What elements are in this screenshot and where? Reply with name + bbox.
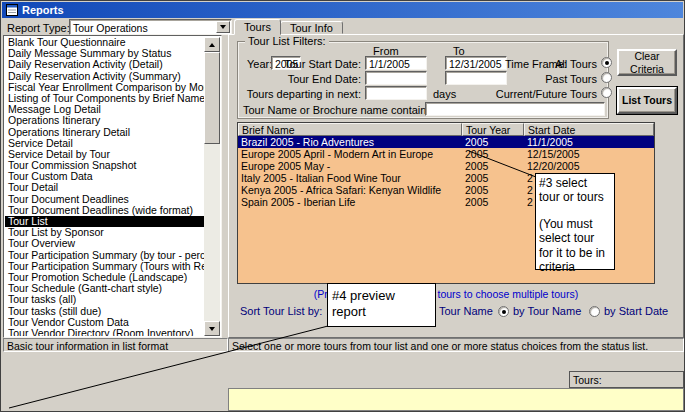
sort-by-tour-name-label: by Tour Name [513, 305, 581, 317]
report-list-item[interactable]: Listing of Tour Components by Brief Name [5, 93, 204, 104]
arrow-up-icon [209, 43, 215, 47]
report-list-item[interactable]: Fiscal Year Enrollment Comparison by Mon… [5, 82, 204, 93]
past-tours-label: Past Tours [529, 73, 597, 85]
multi-select-hint: (Press Ctrl while selecting tours to cho… [238, 288, 654, 300]
report-list: Blank Tour Questionnaire Daily Message S… [3, 35, 222, 338]
cell-brief-name: Europe 2005 May - [238, 160, 462, 172]
cell-tour-year: 2005 [462, 184, 524, 196]
all-tours-radio[interactable] [601, 57, 612, 68]
sort-label: Sort Tour List by: [240, 305, 322, 317]
tab-tour-info[interactable]: Tour Info [280, 21, 343, 34]
report-type-value: Tour Operations [73, 22, 148, 34]
combo-dropdown-button[interactable] [216, 21, 230, 33]
table-row[interactable]: Europe 2005 May - 2005 12/20/2005 [238, 160, 654, 172]
cell-start-date: 12/20/2005 [524, 160, 654, 172]
sort-option-year-name-label: Tour Name [439, 305, 493, 317]
tour-start-from-input[interactable]: 1/1/2005 [365, 56, 427, 70]
annotation-note-3-line-2: (You must select tour for it to be in cr… [539, 217, 611, 275]
report-list-item[interactable]: Message Log Detail [5, 104, 204, 115]
tours-field-label: Tours: [569, 371, 684, 388]
report-list-item[interactable]: Tour Participation Summary (by tour - pe… [5, 250, 204, 261]
report-list-item[interactable]: Blank Tour Questionnaire [5, 37, 204, 48]
report-list-item[interactable]: Tour Schedule (Gantt-chart style) [5, 283, 204, 294]
report-list-item[interactable]: Tour List by Sponsor [5, 227, 204, 238]
tour-end-to-input[interactable] [445, 71, 507, 85]
past-tours-radio[interactable] [601, 72, 612, 83]
table-row-selected[interactable]: Brazil 2005 - Rio Adventures 2005 11/1/2… [238, 136, 654, 148]
current-future-tours-label: Current/Future Tours [483, 88, 597, 100]
report-list-item-selected[interactable]: Tour List [5, 216, 204, 227]
arrow-down-icon [209, 327, 215, 331]
tour-start-to-input[interactable]: 12/31/2005 [445, 56, 507, 70]
scroll-down-button[interactable] [204, 321, 220, 336]
report-list-item[interactable]: Tour Vendor Custom Data [5, 317, 204, 328]
cell-tour-year: 2005 [462, 160, 524, 172]
report-list-items: Blank Tour Questionnaire Daily Message S… [5, 37, 204, 336]
report-list-item[interactable]: Tour tasks (still due) [5, 306, 204, 317]
report-list-item[interactable]: Service Detail by Tour [5, 149, 204, 160]
list-tours-button[interactable]: List Tours [617, 87, 677, 114]
report-list-item[interactable]: Tour tasks (all) [5, 294, 204, 305]
departing-input[interactable] [365, 86, 427, 100]
report-list-item[interactable]: Operations Itinerary [5, 115, 204, 126]
report-list-item[interactable]: Tour Custom Data [5, 171, 204, 182]
scroll-thumb[interactable] [204, 52, 220, 144]
report-list-item[interactable]: Tour Document Deadlines (wide format) [5, 205, 204, 216]
cell-tour-year: 2005 [462, 196, 524, 208]
tours-field-input[interactable] [228, 388, 684, 411]
tour-end-from-input[interactable] [365, 71, 427, 85]
sort-by-start-date-radio[interactable] [589, 306, 600, 317]
report-list-item[interactable]: Tour Detail [5, 182, 204, 193]
report-list-item[interactable]: Tour Overview [5, 238, 204, 249]
departing-label: Tours departing in next: [239, 88, 361, 100]
list-scrollbar[interactable] [204, 37, 220, 336]
scroll-up-button[interactable] [204, 37, 220, 52]
cell-start-date: 11/1/2005 [524, 136, 654, 148]
report-list-item[interactable]: Tour Participation Summary (Tours with R… [5, 261, 204, 272]
days-label: days [433, 88, 456, 100]
report-list-item[interactable]: Tour Document Deadlines [5, 194, 204, 205]
current-future-tours-radio[interactable] [601, 87, 612, 98]
filters-group-label: Tour List Filters: [245, 35, 329, 47]
cell-tour-year: 2005 [462, 148, 524, 160]
report-list-item[interactable]: Tour Vendor Directory (Room Inventory) [5, 328, 204, 336]
table-header-brief-name[interactable]: Brief Name [238, 123, 462, 136]
table-row[interactable]: Europe 2005 April - Modern Art in Europe… [238, 148, 654, 160]
report-list-item[interactable]: Tour Commission Snapshot [5, 160, 204, 171]
annotation-note-3-line-1: #3 select tour or tours [539, 176, 611, 205]
table-header-tour-year[interactable]: Tour Year [462, 123, 524, 136]
cell-brief-name: Brazil 2005 - Rio Adventures [238, 136, 462, 148]
table-header-start-date[interactable]: Start Date [524, 123, 654, 136]
window-title: Reports [22, 4, 64, 16]
report-list-item[interactable]: Daily Reservation Activity (Detail) [5, 59, 204, 70]
status-left: Basic tour information in list format [3, 338, 228, 352]
annotation-note-3: #3 select tour or tours (You must select… [535, 173, 615, 270]
clear-criteria-button[interactable]: Clear Criteria [617, 49, 677, 76]
tour-end-date-label: Tour End Date: [279, 73, 361, 85]
cell-brief-name: Europe 2005 April - Modern Art in Europe [238, 148, 462, 160]
tab-tours[interactable]: Tours [234, 19, 281, 35]
report-list-item[interactable]: Daily Message Summary by Status [5, 48, 204, 59]
cell-brief-name: Kenya 2005 - Africa Safari: Kenyan Wildl… [238, 184, 462, 196]
cell-start-date: 12/15/2005 [524, 148, 654, 160]
sort-by-start-date-label: by Start Date [604, 305, 668, 317]
status-right: Select one or more tours from tour list … [228, 338, 684, 352]
cell-tour-year: 2005 [462, 172, 524, 184]
name-contains-input[interactable] [425, 102, 605, 116]
reports-icon [6, 4, 18, 16]
titlebar: Reports [2, 2, 683, 18]
chevron-down-icon [220, 25, 226, 29]
name-contains-label: Tour Name or Brochure name contains: [243, 104, 435, 116]
report-list-item[interactable]: Daily Reservation Activity (Summary) [5, 71, 204, 82]
report-list-item[interactable]: Tour Promotion Schedule (Landscape) [5, 272, 204, 283]
year-label: Year: [247, 58, 272, 70]
report-type-label: Report Type: [7, 22, 70, 34]
cell-tour-year: 2005 [462, 136, 524, 148]
report-type-combo[interactable]: Tour Operations [69, 19, 232, 35]
report-list-item[interactable]: Service Detail [5, 138, 204, 149]
sort-by-tour-name-radio[interactable] [498, 306, 509, 317]
cell-brief-name: Spain 2005 - Iberian Life [238, 196, 462, 208]
table-header-row: Brief Name Tour Year Start Date [238, 123, 654, 136]
annotation-note-4: #4 preview report [327, 283, 436, 327]
report-list-item[interactable]: Operations Itinerary Detail [5, 127, 204, 138]
